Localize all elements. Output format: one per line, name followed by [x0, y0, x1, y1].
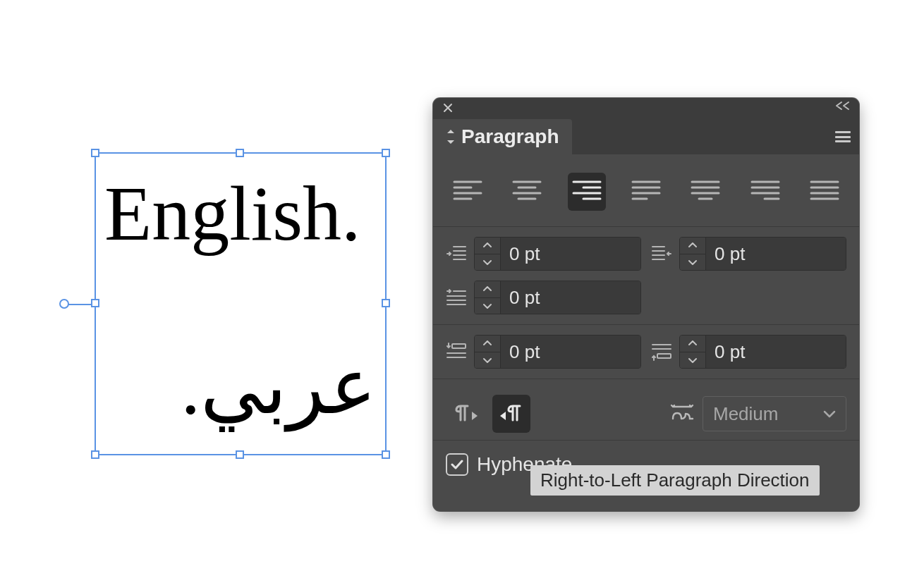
space-before-icon: [446, 341, 467, 362]
tab-paragraph[interactable]: Paragraph: [433, 119, 572, 154]
align-center-button[interactable]: [508, 173, 546, 211]
tab-expand-icon: [446, 129, 456, 144]
justify-last-left-button[interactable]: [627, 173, 665, 211]
space-after-icon: [651, 341, 672, 362]
resize-handle-top-right[interactable]: [382, 149, 390, 157]
indent-row-2: 0 pt: [443, 281, 849, 324]
stepper-up[interactable]: [475, 238, 500, 254]
resize-handle-middle-right[interactable]: [382, 299, 390, 307]
direction-row: Medium: [443, 379, 849, 440]
space-after-value[interactable]: 0 pt: [706, 336, 846, 368]
panel-body: 0 pt 0 pt: [433, 154, 859, 488]
align-left-button[interactable]: [449, 173, 487, 211]
stepper-up[interactable]: [475, 281, 500, 298]
hyphenate-checkbox[interactable]: [446, 453, 468, 476]
stepper-up[interactable]: [475, 336, 500, 352]
first-line-indent-icon: [446, 287, 467, 308]
indent-right-value[interactable]: 0 pt: [706, 238, 846, 270]
collapse-icon[interactable]: [834, 101, 851, 113]
panel-menu-button[interactable]: [827, 119, 859, 154]
close-icon[interactable]: [440, 100, 456, 116]
resize-handle-middle-left[interactable]: [91, 299, 99, 307]
tab-label: Paragraph: [461, 125, 559, 148]
space-before-value[interactable]: 0 pt: [501, 336, 640, 368]
kashida-dropdown[interactable]: Medium: [703, 396, 846, 431]
svg-rect-40: [452, 344, 466, 348]
hamburger-icon: [835, 131, 851, 142]
ltr-direction-button[interactable]: [446, 395, 484, 433]
paragraph-panel: Paragraph: [433, 98, 859, 511]
text-english[interactable]: English.: [104, 175, 361, 252]
indent-right-icon: [651, 243, 672, 264]
panel-tabbar: Paragraph: [433, 119, 859, 154]
indent-left-icon: [446, 243, 467, 264]
first-line-indent-value[interactable]: 0 pt: [501, 281, 640, 314]
space-before-stepper[interactable]: 0 pt: [474, 335, 641, 369]
align-right-button[interactable]: [568, 173, 606, 211]
thread-out-port[interactable]: [59, 299, 69, 309]
svg-rect-45: [657, 354, 671, 358]
first-line-indent-stepper[interactable]: 0 pt: [474, 281, 641, 314]
kashida-icon: [670, 402, 694, 426]
stepper-down[interactable]: [475, 254, 500, 271]
justify-all-button[interactable]: [806, 173, 844, 211]
panel-titlebar[interactable]: [433, 98, 859, 119]
indent-right-stepper[interactable]: 0 pt: [679, 237, 846, 271]
justify-last-right-button[interactable]: [746, 173, 784, 211]
resize-handle-top-left[interactable]: [91, 149, 99, 157]
tooltip: Right-to-Left Paragraph Direction: [530, 465, 820, 496]
spacing-row: 0 pt 0 pt: [443, 325, 849, 379]
kashida-value: Medium: [713, 403, 778, 425]
rtl-direction-button[interactable]: [492, 395, 530, 433]
thread-out-port-line: [68, 304, 92, 305]
indent-left-value[interactable]: 0 pt: [501, 238, 640, 270]
resize-handle-bottom-middle[interactable]: [236, 450, 244, 459]
justify-last-center-button[interactable]: [686, 173, 724, 211]
stepper-down[interactable]: [680, 352, 705, 369]
space-after-stepper[interactable]: 0 pt: [679, 335, 846, 369]
alignment-row: [443, 163, 849, 226]
resize-handle-bottom-right[interactable]: [382, 450, 390, 459]
text-frame[interactable]: English. عربي.: [95, 152, 387, 455]
stepper-down[interactable]: [680, 254, 705, 271]
stepper-down[interactable]: [475, 352, 500, 369]
indent-left-stepper[interactable]: 0 pt: [474, 237, 641, 271]
stepper-up[interactable]: [680, 336, 705, 352]
stepper-up[interactable]: [680, 238, 705, 254]
stepper-down[interactable]: [475, 298, 500, 314]
resize-handle-top-middle[interactable]: [236, 149, 244, 157]
text-arabic[interactable]: عربي.: [181, 348, 377, 426]
resize-handle-bottom-left[interactable]: [91, 450, 99, 459]
indent-row-1: 0 pt 0 pt: [443, 227, 849, 281]
